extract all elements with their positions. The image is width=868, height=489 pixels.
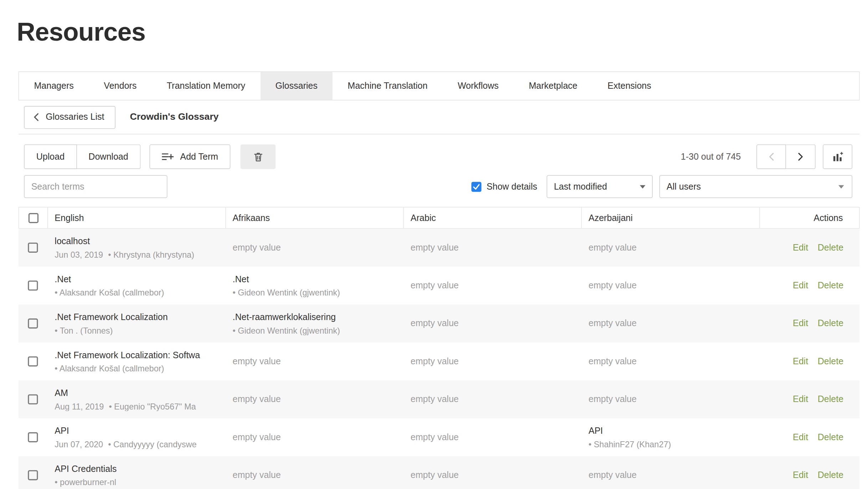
delete-link[interactable]: Delete — [818, 432, 843, 442]
delete-selected-button[interactable] — [241, 145, 276, 169]
term-text: .Net Framework Localization — [55, 312, 217, 323]
empty-value: empty value — [411, 470, 574, 480]
cell-english: APIJun 07, 2020• Candyyyyy (candyswe — [47, 418, 225, 456]
term-text: localhost — [55, 236, 217, 247]
tab-translation-memory[interactable]: Translation Memory — [151, 72, 260, 100]
upload-button[interactable]: Upload — [24, 145, 77, 169]
term-text: .Net — [55, 274, 217, 285]
term-meta: • Alaksandr Košal (callmebor) — [55, 364, 217, 374]
delete-link[interactable]: Delete — [818, 356, 843, 366]
term-meta: • powerburner-nl — [55, 478, 217, 487]
search-input[interactable] — [24, 175, 167, 198]
glossary-toolbar: Upload Download Add Term — [19, 145, 860, 169]
row-checkbox-cell — [19, 305, 47, 343]
tab-workflows[interactable]: Workflows — [443, 72, 514, 100]
sort-select[interactable]: Last modified — [547, 175, 653, 198]
term-meta: • Gideon Wentink (gjwentink) — [233, 288, 396, 298]
term-meta: • ShahinF27 (Khan27) — [589, 439, 751, 449]
next-page-button[interactable] — [786, 145, 816, 169]
edit-link[interactable]: Edit — [793, 470, 808, 480]
tab-glossaries[interactable]: Glossaries — [260, 72, 333, 100]
row-checkbox-cell — [19, 381, 47, 418]
cell-azerbaijani: empty value — [581, 456, 759, 489]
delete-link[interactable]: Delete — [818, 243, 843, 253]
table-row: APIJun 07, 2020• Candyyyyy (candyswe emp… — [19, 418, 860, 456]
cell-azerbaijani: empty value — [581, 343, 759, 380]
glossary-table: English Afrikaans Arabic Azerbaijani Act… — [19, 207, 860, 489]
resources-tabs: Managers Vendors Translation Memory Glos… — [19, 72, 860, 101]
row-checkbox[interactable] — [28, 470, 38, 480]
empty-value: empty value — [233, 356, 396, 366]
cell-azerbaijani: empty value — [581, 229, 759, 267]
term-date: Aug 11, 2019 — [55, 402, 104, 411]
column-header-actions: Actions — [760, 207, 859, 228]
show-details-label[interactable]: Show details — [487, 182, 537, 192]
cell-azerbaijani: API• ShahinF27 (Khan27) — [581, 418, 759, 456]
tab-vendors[interactable]: Vendors — [89, 72, 151, 100]
back-button-label: Glossaries List — [46, 112, 104, 122]
cell-afrikaans: .Net-raamwerklokalisering• Gideon Wentin… — [225, 305, 403, 343]
show-details-checkbox[interactable] — [472, 182, 482, 192]
empty-value: empty value — [589, 356, 751, 366]
tab-managers[interactable]: Managers — [19, 72, 89, 100]
empty-value: empty value — [411, 243, 574, 253]
delete-link[interactable]: Delete — [818, 470, 843, 480]
row-checkbox-cell — [19, 267, 47, 304]
cell-english: .Net Framework Localization• Ton . (Tonn… — [47, 305, 225, 343]
users-filter-value: All users — [667, 182, 701, 192]
empty-value: empty value — [411, 280, 574, 290]
empty-value: empty value — [589, 280, 751, 290]
row-checkbox[interactable] — [28, 395, 38, 405]
cell-afrikaans: empty value — [225, 456, 403, 489]
row-checkbox[interactable] — [28, 243, 38, 253]
prev-page-button[interactable] — [756, 145, 786, 169]
empty-value: empty value — [411, 395, 574, 405]
term-author: • Eugenio "Ryo567" Ma — [109, 402, 196, 411]
cell-arabic: empty value — [403, 229, 581, 267]
cell-afrikaans: empty value — [225, 229, 403, 267]
edit-link[interactable]: Edit — [793, 243, 808, 253]
users-filter-select[interactable]: All users — [659, 175, 852, 198]
tab-marketplace[interactable]: Marketplace — [514, 72, 592, 100]
edit-link[interactable]: Edit — [793, 356, 808, 366]
page-title: Resources — [17, 17, 868, 47]
pagination-label: 1-30 out of 745 — [681, 152, 741, 162]
table-row: .Net Framework Localization• Ton . (Tonn… — [19, 305, 860, 343]
row-checkbox[interactable] — [28, 280, 38, 290]
term-meta: • Gideon Wentink (gjwentink) — [233, 326, 396, 335]
edit-link[interactable]: Edit — [793, 319, 808, 329]
edit-link[interactable]: Edit — [793, 432, 808, 442]
cell-english: .Net Framework Localization: Softwa• Ala… — [47, 343, 225, 380]
cell-actions: Edit Delete — [759, 381, 860, 418]
select-all-checkbox[interactable] — [28, 213, 38, 223]
table-row: .Net Framework Localization: Softwa• Ala… — [19, 343, 860, 380]
add-term-button[interactable]: Add Term — [149, 145, 230, 169]
delete-link[interactable]: Delete — [818, 319, 843, 329]
configure-columns-button[interactable] — [823, 145, 852, 169]
term-meta: • Alaksandr Košal (callmebor) — [55, 288, 217, 298]
download-button[interactable]: Download — [77, 145, 140, 169]
tab-machine-translation[interactable]: Machine Translation — [333, 72, 443, 100]
empty-value: empty value — [233, 432, 396, 442]
table-row: localhostJun 03, 2019• Khrystyna (khryst… — [19, 229, 860, 267]
delete-link[interactable]: Delete — [818, 395, 843, 405]
sort-select-value: Last modified — [554, 182, 607, 192]
glossaries-list-back-button[interactable]: Glossaries List — [24, 106, 115, 129]
chevron-left-icon — [34, 113, 39, 122]
empty-value: empty value — [589, 470, 751, 480]
tab-extensions[interactable]: Extensions — [592, 72, 666, 100]
cell-english: AMAug 11, 2019• Eugenio "Ryo567" Ma — [47, 381, 225, 418]
delete-link[interactable]: Delete — [818, 280, 843, 290]
edit-link[interactable]: Edit — [793, 280, 808, 290]
cell-afrikaans: empty value — [225, 381, 403, 418]
row-checkbox[interactable] — [28, 432, 38, 442]
cell-english: API Credentials• powerburner-nl — [47, 456, 225, 489]
term-text: .Net-raamwerklokalisering — [233, 312, 396, 323]
row-checkbox[interactable] — [28, 319, 38, 329]
row-checkbox[interactable] — [28, 356, 38, 366]
table-row: API Credentials• powerburner-nl empty va… — [19, 456, 860, 489]
cell-actions: Edit Delete — [759, 418, 860, 456]
column-header-afrikaans: Afrikaans — [226, 207, 404, 228]
edit-link[interactable]: Edit — [793, 395, 808, 405]
term-text: API Credentials — [55, 464, 217, 475]
